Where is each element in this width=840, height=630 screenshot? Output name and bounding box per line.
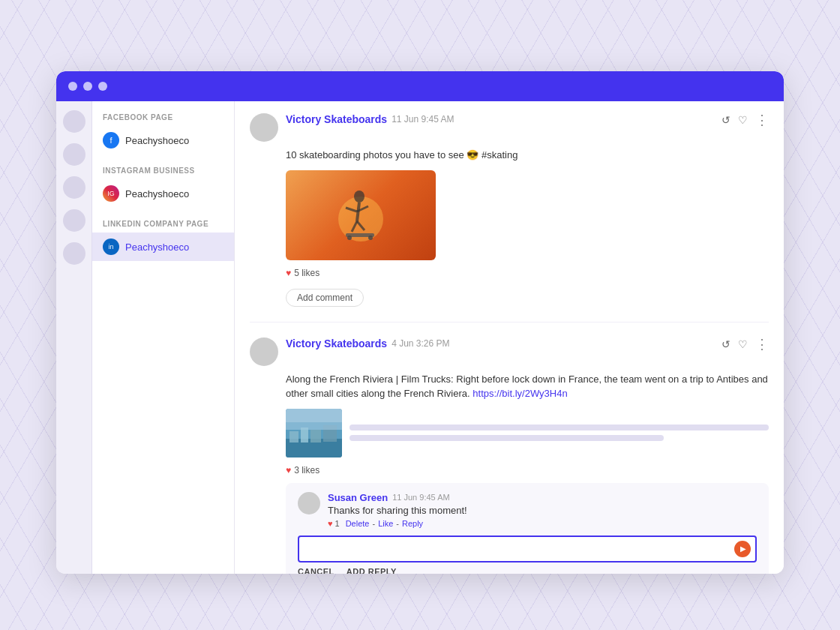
heart-icon-2: ♥ [286, 465, 291, 476]
post-1-add-comment-button[interactable]: Add comment [286, 289, 364, 307]
traffic-dot-1[interactable] [68, 82, 77, 91]
post-2-time: 4 Jun 3:26 PM [392, 338, 449, 349]
sidebar-icon-2[interactable] [63, 143, 86, 166]
nav-section-label-instagram: INSTAGRAM BUSINESS [92, 166, 234, 179]
sidebar-item-label: Peachyshoeco [125, 242, 189, 253]
sidebar-item-instagram-peachyshoeco[interactable]: IG Peachyshoeco [92, 179, 234, 208]
reply-send-button[interactable]: ▶ [734, 541, 751, 557]
facebook-icon: f [103, 132, 119, 148]
traffic-dot-3[interactable] [98, 82, 107, 91]
sidebar-item-linkedin-peachyshoeco[interactable]: in Peachyshoeco [92, 232, 234, 261]
heart-icon-1: ♥ [286, 268, 291, 278]
post-1-header: Victory Skateboards 11 Jun 9:45 AM ↺ ♡ ⋮ [250, 113, 769, 142]
post-2-body: Along the French Riviera | Film Trucks: … [286, 372, 769, 574]
skater-svg [331, 178, 391, 253]
comment-avatar-1 [298, 492, 320, 514]
svg-rect-14 [310, 430, 321, 442]
post-1-avatar [250, 113, 278, 142]
nav-section-linkedin: LINKEDIN COMPANY PAGE in Peachyshoeco [92, 220, 234, 261]
post-2-retweet-icon[interactable]: ↺ [722, 338, 730, 350]
app-window: FACEBOOK PAGE f Peachyshoeco INSTAGRAM B… [56, 71, 784, 574]
sidebar-icon-4[interactable] [63, 209, 86, 232]
post-1-image [286, 170, 436, 260]
post-2-header: Victory Skateboards 4 Jun 3:26 PM ↺ ♡ ⋮ [250, 338, 769, 366]
nav-sidebar: FACEBOOK PAGE f Peachyshoeco INSTAGRAM B… [92, 101, 235, 574]
post-1-retweet-icon[interactable]: ↺ [722, 114, 730, 126]
reply-cancel-button[interactable]: CANCEL [298, 567, 334, 574]
reply-add-button[interactable]: ADD REPLY [346, 567, 397, 574]
instagram-icon: IG [103, 185, 119, 202]
sidebar-icon-5[interactable] [63, 242, 86, 265]
post-1-body: 10 skateboarding photos you have to see … [286, 148, 769, 307]
svg-rect-17 [286, 409, 342, 422]
post-2-more-icon[interactable]: ⋮ [755, 338, 769, 351]
post-1-likes: ♥ 5 likes [286, 268, 769, 278]
nav-section-instagram: INSTAGRAM BUSINESS IG Peachyshoeco [92, 166, 234, 208]
sidebar-icon-1[interactable] [63, 110, 86, 133]
link-preview-line-2 [350, 435, 664, 441]
traffic-dot-2[interactable] [83, 82, 92, 91]
sidebar-item-label: Peachyshoeco [125, 135, 189, 146]
svg-point-9 [368, 236, 373, 240]
reply-form: ▶ CANCEL ADD REPLY [298, 536, 757, 574]
sidebar-item-facebook-peachyshoeco[interactable]: f Peachyshoeco [92, 126, 234, 154]
reply-input[interactable] [298, 536, 757, 562]
comment-reply-link[interactable]: Reply [402, 519, 423, 528]
icon-sidebar [56, 101, 92, 574]
post-2: Victory Skateboards 4 Jun 3:26 PM ↺ ♡ ⋮ … [250, 338, 769, 574]
comment-text-1: Thanks for sharing this moment! [328, 505, 757, 516]
post-2-avatar [250, 338, 278, 366]
post-2-link[interactable]: https://bit.ly/2Wy3H4n [472, 388, 567, 399]
marina-svg [286, 409, 342, 458]
post-1-like-icon[interactable]: ♡ [738, 114, 748, 126]
svg-point-1 [354, 190, 364, 202]
linkedin-icon: in [103, 238, 119, 255]
post-2-link-preview [286, 409, 769, 458]
comment-delete-link[interactable]: Delete [346, 519, 370, 528]
link-preview-line-1 [350, 424, 769, 430]
post-1-author[interactable]: Victory Skateboards [286, 113, 387, 125]
post-2-likes: ♥ 3 likes [286, 465, 769, 476]
app-body: FACEBOOK PAGE f Peachyshoeco INSTAGRAM B… [56, 101, 784, 574]
comment-heart-icon: ♥ [328, 519, 333, 528]
sidebar-icon-3[interactable] [63, 176, 86, 199]
nav-section-facebook: FACEBOOK PAGE f Peachyshoeco [92, 113, 234, 154]
svg-point-8 [347, 236, 352, 240]
nav-section-label-facebook: FACEBOOK PAGE [92, 113, 234, 126]
main-feed: Victory Skateboards 11 Jun 9:45 AM ↺ ♡ ⋮… [235, 101, 784, 574]
post-1-text: 10 skateboarding photos you have to see … [286, 148, 769, 163]
comment-like-count: 1 [335, 519, 340, 528]
svg-rect-12 [290, 431, 298, 442]
comment-time-1: 11 Jun 9:45 AM [392, 493, 449, 502]
post-2-text: Along the French Riviera | Film Trucks: … [286, 372, 769, 401]
post-1: Victory Skateboards 11 Jun 9:45 AM ↺ ♡ ⋮… [250, 113, 769, 322]
comment-item-1: Susan Green 11 Jun 9:45 AM Thanks for sh… [298, 492, 757, 528]
post-1-more-icon[interactable]: ⋮ [755, 113, 769, 127]
post-2-marina-image [286, 409, 342, 458]
nav-section-label-linkedin: LINKEDIN COMPANY PAGE [92, 220, 234, 232]
send-arrow-icon: ▶ [740, 544, 746, 553]
comment-author-1[interactable]: Susan Green [328, 492, 388, 503]
post-1-time: 11 Jun 9:45 AM [392, 114, 454, 124]
comment-section-post-2: Susan Green 11 Jun 9:45 AM Thanks for sh… [286, 483, 769, 574]
post-2-author[interactable]: Victory Skateboards [286, 338, 387, 350]
sidebar-item-label: Peachyshoeco [125, 188, 189, 200]
comment-like-link[interactable]: Like [378, 519, 393, 528]
title-bar [56, 71, 784, 101]
post-2-like-icon[interactable]: ♡ [738, 338, 748, 350]
